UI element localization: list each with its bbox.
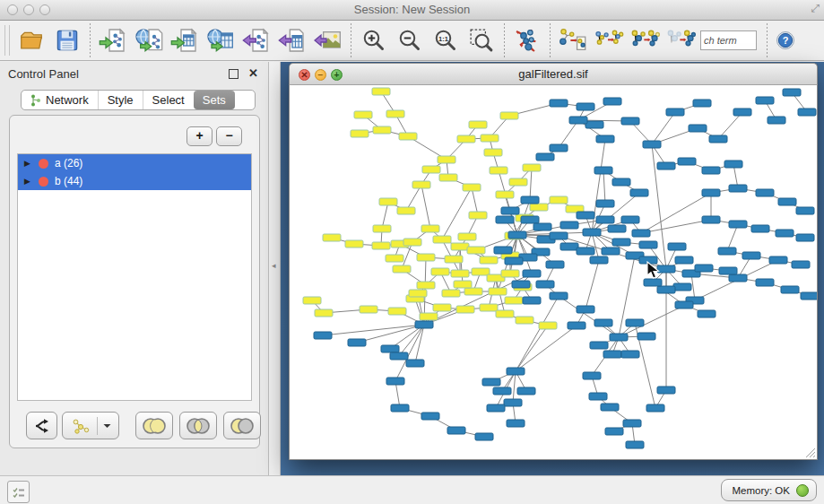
graph-node-blue[interactable] xyxy=(533,223,551,230)
graph-node-blue[interactable] xyxy=(646,404,664,412)
graph-node-yellow[interactable] xyxy=(464,288,482,295)
graph-node-blue[interactable] xyxy=(601,404,619,411)
graph-node-blue[interactable] xyxy=(626,319,644,326)
graph-node-yellow[interactable] xyxy=(481,135,499,142)
graph-node-yellow[interactable] xyxy=(345,240,363,248)
graph-node-yellow[interactable] xyxy=(323,234,341,241)
import-network-web-button[interactable] xyxy=(131,23,167,57)
graph-node-yellow[interactable] xyxy=(417,282,435,289)
memory-status-button[interactable]: Memory: OK xyxy=(721,479,817,501)
graph-node-blue[interactable] xyxy=(644,279,662,286)
graph-node-blue[interactable] xyxy=(621,351,639,358)
graph-node-blue[interactable] xyxy=(742,252,760,259)
graph-node-blue[interactable] xyxy=(666,109,684,116)
graph-node-blue[interactable] xyxy=(778,198,796,205)
graph-node-yellow[interactable] xyxy=(433,236,451,243)
graph-node-blue[interactable] xyxy=(769,256,787,264)
graph-node-blue[interactable] xyxy=(391,404,409,412)
graph-node-yellow[interactable] xyxy=(472,268,490,275)
graph-node-blue[interactable] xyxy=(568,322,585,329)
graph-node-blue[interactable] xyxy=(733,109,751,116)
graph-node-blue[interactable] xyxy=(756,279,774,286)
graph-node-blue[interactable] xyxy=(560,222,578,229)
graph-node-blue[interactable] xyxy=(781,286,799,293)
graph-node-yellow[interactable] xyxy=(351,130,369,137)
graph-node-blue[interactable] xyxy=(590,342,608,349)
graph-node-blue[interactable] xyxy=(768,117,785,124)
graph-edge[interactable] xyxy=(559,120,578,148)
panel-splitter[interactable]: ◂ xyxy=(269,62,281,475)
graph-node-yellow[interactable] xyxy=(457,135,475,143)
graph-node-blue[interactable] xyxy=(603,351,621,358)
graph-node-blue[interactable] xyxy=(501,207,519,214)
graph-node-yellow[interactable] xyxy=(403,239,421,246)
graph-node-blue[interactable] xyxy=(608,225,626,232)
graph-node-blue[interactable] xyxy=(550,292,568,300)
graph-node-yellow[interactable] xyxy=(501,270,519,277)
select-first-neighbors-button[interactable] xyxy=(627,23,663,57)
graph-node-blue[interactable] xyxy=(447,427,465,434)
graph-node-blue[interactable] xyxy=(536,281,554,288)
zoom-actual-size-button[interactable]: 1:1 xyxy=(428,23,464,57)
apply-layout-button[interactable] xyxy=(509,23,545,57)
graph-node-yellow[interactable] xyxy=(386,255,403,262)
graph-edge[interactable] xyxy=(652,112,675,144)
graph-node-blue[interactable] xyxy=(583,372,601,379)
graph-node-blue[interactable] xyxy=(560,243,578,250)
graph-node-blue[interactable] xyxy=(639,241,657,248)
graph-node-yellow[interactable] xyxy=(303,297,321,304)
graph-node-blue[interactable] xyxy=(594,319,612,326)
graph-node-blue[interactable] xyxy=(550,100,568,107)
graph-node-yellow[interactable] xyxy=(388,308,406,315)
graph-node-yellow[interactable] xyxy=(386,110,404,117)
graph-node-blue[interactable] xyxy=(493,387,511,395)
graph-node-yellow[interactable] xyxy=(409,290,427,297)
graph-node-blue[interactable] xyxy=(729,221,747,228)
graph-node-blue[interactable] xyxy=(594,167,612,174)
graph-node-blue[interactable] xyxy=(507,420,525,427)
graph-node-blue[interactable] xyxy=(590,256,608,264)
graph-node-blue[interactable] xyxy=(390,352,408,360)
graph-node-blue[interactable] xyxy=(623,420,641,427)
import-table-web-button[interactable] xyxy=(203,23,239,57)
add-set-button[interactable]: + xyxy=(186,126,213,146)
expand-set-icon[interactable]: ▶ xyxy=(24,177,33,186)
graph-node-blue[interactable] xyxy=(729,274,747,282)
graph-node-blue[interactable] xyxy=(675,301,693,308)
graph-node-blue[interactable] xyxy=(657,387,675,394)
graph-node-yellow[interactable] xyxy=(463,184,481,191)
help-button[interactable]: ? xyxy=(772,23,799,57)
graph-node-blue[interactable] xyxy=(783,89,801,96)
graph-node-blue[interactable] xyxy=(487,404,505,412)
graph-node-yellow[interactable] xyxy=(354,111,372,118)
graph-node-yellow[interactable] xyxy=(480,304,498,311)
zoom-in-button[interactable] xyxy=(356,23,392,57)
graph-node-yellow[interactable] xyxy=(516,317,533,324)
graph-node-blue[interactable] xyxy=(589,393,607,400)
graph-node-blue[interactable] xyxy=(496,216,514,223)
graph-node-blue[interactable] xyxy=(523,270,541,277)
tab-select[interactable]: Select xyxy=(143,91,194,109)
graph-node-blue[interactable] xyxy=(719,267,737,274)
app-titlebar[interactable]: Session: New Session ⤢ xyxy=(0,0,824,21)
graph-node-yellow[interactable] xyxy=(373,225,391,232)
graph-node-yellow[interactable] xyxy=(469,121,487,128)
graph-node-blue[interactable] xyxy=(693,100,711,107)
collapse-panel-icon[interactable]: ◂ xyxy=(272,261,276,270)
graph-node-blue[interactable] xyxy=(621,117,639,125)
graph-node-yellow[interactable] xyxy=(420,313,438,320)
graph-node-blue[interactable] xyxy=(577,103,594,110)
graph-node-blue[interactable] xyxy=(709,135,727,143)
remove-set-button[interactable]: − xyxy=(216,126,242,146)
graph-node-yellow[interactable] xyxy=(445,256,463,263)
graph-node-blue[interactable] xyxy=(796,207,814,214)
tab-style[interactable]: Style xyxy=(98,91,143,109)
graph-node-yellow[interactable] xyxy=(433,304,451,311)
graph-node-blue[interactable] xyxy=(508,231,526,239)
graph-node-yellow[interactable] xyxy=(484,149,502,156)
graph-node-blue[interactable] xyxy=(626,441,644,448)
graph-node-blue[interactable] xyxy=(695,265,713,272)
graph-edge[interactable] xyxy=(442,187,472,239)
new-network-from-selection-button[interactable] xyxy=(555,23,591,57)
graph-node-yellow[interactable] xyxy=(451,243,469,250)
